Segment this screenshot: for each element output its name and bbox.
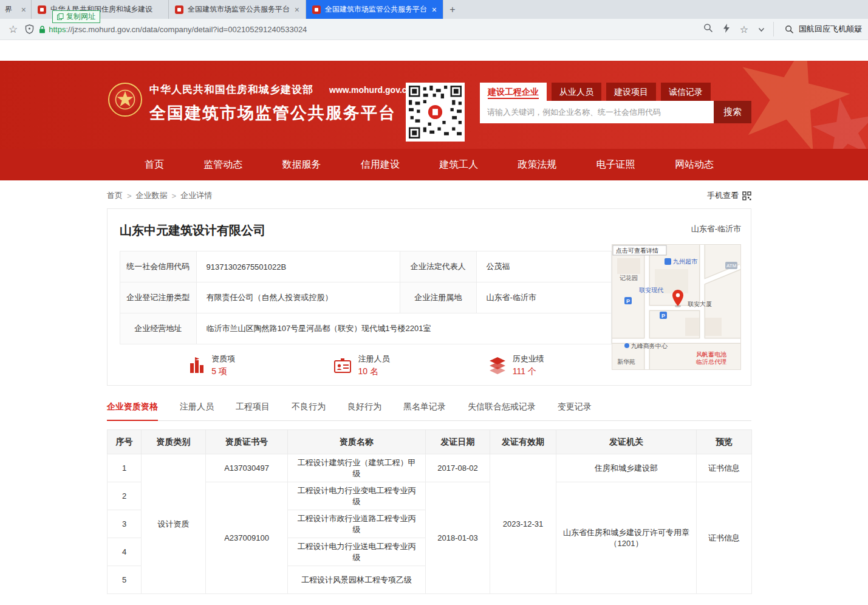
- cell-serial: 1: [108, 454, 142, 482]
- breadcrumb-home[interactable]: 首页: [107, 190, 123, 201]
- credit-code-value: 91371302675501022B: [196, 251, 400, 282]
- browser-tab-partial[interactable]: 界 ×: [0, 0, 32, 19]
- copy-icon: [57, 13, 64, 20]
- company-info-table: 统一社会信用代码 91371302675501022B 企业法定代表人 公茂福 …: [120, 251, 612, 344]
- cell-authority: 住房和城乡建设部: [556, 454, 697, 482]
- tab-dishonesty-records[interactable]: 失信联合惩戒记录: [468, 402, 536, 420]
- cell-serial: 5: [108, 566, 142, 594]
- close-icon[interactable]: ×: [432, 5, 437, 14]
- nav-item-credit[interactable]: 信用建设: [361, 149, 400, 180]
- stat-label: 资质项: [211, 354, 235, 364]
- national-emblem-logo: [108, 83, 142, 117]
- nav-item-workers[interactable]: 建筑工人: [439, 149, 478, 180]
- company-detail-card: 山东中元建筑设计有限公司 山东省-临沂市 统一社会信用代码 9137130267…: [107, 208, 751, 386]
- cell-issue-date: 2018-01-03: [426, 482, 490, 594]
- search-tab-practitioners[interactable]: 从业人员: [552, 83, 601, 101]
- reg-type-label: 企业登记注册类型: [120, 282, 197, 313]
- search-tab-construction-enterprise[interactable]: 建设工程企业: [480, 83, 547, 101]
- shield-icon[interactable]: [25, 24, 34, 34]
- main-navigation: 首页 监管动态 数据服务 信用建设 建筑工人 政策法规 电子证照 网站动态: [0, 149, 868, 180]
- col-validity: 发证有效期: [490, 430, 556, 454]
- stat-qualifications[interactable]: 资质项 5 项: [187, 354, 235, 377]
- stat-historical-performance[interactable]: 历史业绩 111 个: [488, 354, 544, 377]
- company-region: 山东省-临沂市: [691, 224, 741, 234]
- col-category: 资质类别: [142, 430, 206, 454]
- browser-chrome: 界 × 中华人民共和国住房和城乡建设 全国建筑市场监管公共服务平台 × 全国建筑…: [0, 0, 868, 40]
- browser-search-box[interactable]: 国航回应飞机颠簸: [773, 22, 862, 36]
- col-preview: 预览: [697, 430, 752, 454]
- bookmark-star-icon[interactable]: ☆: [9, 23, 18, 36]
- tab-projects[interactable]: 工程项目: [236, 402, 270, 420]
- header-qr-code: [406, 83, 465, 142]
- table-row: 企业经营地址 临沂市兰山区陶然路107号星河晶都（联安）现代城1号楼2201室: [120, 313, 612, 344]
- certificate-info-link[interactable]: 证书信息: [697, 454, 752, 482]
- tab-change-records[interactable]: 变更记录: [558, 402, 592, 420]
- stat-registered-personnel[interactable]: 注册人员 10 名: [333, 354, 389, 377]
- browser-tab-jzsc-active[interactable]: 全国建筑市场监管公共服务平台 ×: [306, 0, 443, 19]
- breadcrumb: 首页 > 企业数据 > 企业详情 手机查看: [107, 190, 751, 201]
- close-icon[interactable]: ×: [21, 5, 26, 14]
- stat-value: 111 个: [513, 366, 544, 377]
- cell-qual-name: 工程设计电力行业送电工程专业丙级: [288, 538, 426, 566]
- cell-cert-no: A237009100: [206, 482, 288, 594]
- keyword-search-input[interactable]: [480, 101, 714, 123]
- certificate-info-link[interactable]: 证书信息: [697, 482, 752, 594]
- cell-qual-name: 工程设计建筑行业（建筑工程）甲级: [288, 454, 426, 482]
- cell-validity: 2023-12-31: [490, 454, 556, 594]
- browser-tab-jzsc-1[interactable]: 全国建筑市场监管公共服务平台 ×: [169, 0, 306, 19]
- stat-value: 10 名: [358, 366, 389, 377]
- url-bar-actions: ☆: [703, 23, 765, 35]
- page-top-spacer: [0, 40, 868, 61]
- company-detail-tabs: 企业资质资格 注册人员 工程项目 不良行为 良好行为 黑名单记录 失信联合惩戒记…: [107, 402, 751, 421]
- breadcrumb-company-data[interactable]: 企业数据: [136, 190, 168, 201]
- table-header-row: 序号 资质类别 资质证书号 资质名称 发证日期 发证有效期 发证机关 预览: [108, 430, 752, 454]
- new-tab-button[interactable]: +: [443, 0, 462, 19]
- nav-item-site-news[interactable]: 网站动态: [675, 149, 714, 180]
- chevron-down-icon[interactable]: [758, 24, 765, 35]
- flash-icon[interactable]: [723, 24, 730, 35]
- tab-bad-behavior[interactable]: 不良行为: [292, 402, 326, 420]
- browser-tab-bar: 界 × 中华人民共和国住房和城乡建设 全国建筑市场监管公共服务平台 × 全国建筑…: [0, 0, 868, 19]
- address-bar[interactable]: https://jzsc.mohurd.gov.cn/data/company/…: [39, 25, 691, 34]
- breadcrumb-company-detail: 企业详情: [180, 190, 212, 201]
- header-search-area: 建设工程企业 从业人员 建设项目 诚信记录 搜索: [480, 83, 751, 123]
- search-category-tabs: 建设工程企业 从业人员 建设项目 诚信记录: [480, 83, 751, 101]
- zoom-icon[interactable]: [703, 23, 713, 35]
- copy-url-label: 复制网址: [66, 12, 95, 22]
- company-location-map[interactable]: ATM 九州超市 记花园 联安现代 P P 联安大厦 九峰商务中心 新华苑 风帆…: [612, 244, 741, 370]
- cell-category: 设计资质: [142, 454, 206, 594]
- personnel-icon: [333, 357, 352, 375]
- map-label-garden: 记花园: [620, 275, 638, 281]
- search-tab-projects[interactable]: 建设项目: [606, 83, 656, 101]
- browser-url-bar: ☆ https://jzsc.mohurd.gov.cn/data/compan…: [0, 19, 868, 40]
- search-tab-credit-records[interactable]: 诚信记录: [661, 83, 711, 101]
- mobile-view-button[interactable]: 手机查看: [707, 190, 751, 201]
- col-cert-no: 资质证书号: [206, 430, 288, 454]
- map-label-atm: ATM: [726, 263, 737, 268]
- nav-item-supervision[interactable]: 监管动态: [203, 149, 242, 180]
- breadcrumb-separator: >: [127, 191, 132, 200]
- credit-code-label: 统一社会信用代码: [120, 251, 197, 282]
- search-button[interactable]: 搜索: [714, 101, 751, 123]
- nav-item-certificates[interactable]: 电子证照: [596, 149, 635, 180]
- col-qual-name: 资质名称: [288, 430, 426, 454]
- address-value: 临沂市兰山区陶然路107号星河晶都（联安）现代城1号楼2201室: [196, 313, 611, 344]
- qr-code-icon: [742, 191, 751, 200]
- tab-good-behavior[interactable]: 良好行为: [347, 402, 381, 420]
- tab-registered-personnel[interactable]: 注册人员: [180, 402, 214, 420]
- site-favicon-icon: [312, 5, 321, 14]
- nav-item-policies[interactable]: 政策法规: [518, 149, 556, 180]
- star-icon[interactable]: ☆: [740, 24, 748, 35]
- site-header-banner: 中华人民共和国住房和城乡建设部 www.mohurd.gov.cn 全国建筑市场…: [0, 61, 868, 149]
- col-serial: 序号: [108, 430, 142, 454]
- search-icon: [785, 25, 794, 34]
- tab-blacklist[interactable]: 黑名单记录: [403, 402, 446, 420]
- tab-qualifications[interactable]: 企业资质资格: [107, 402, 158, 421]
- nav-item-home[interactable]: 首页: [145, 149, 164, 180]
- close-icon[interactable]: ×: [295, 5, 299, 14]
- cell-serial: 2: [108, 482, 142, 510]
- mobile-view-label: 手机查看: [707, 190, 739, 201]
- nav-item-data-services[interactable]: 数据服务: [282, 149, 321, 180]
- map-label-battery-1: 风帆蓄电池: [696, 351, 726, 358]
- hot-search-text: 国航回应飞机颠簸: [799, 24, 862, 35]
